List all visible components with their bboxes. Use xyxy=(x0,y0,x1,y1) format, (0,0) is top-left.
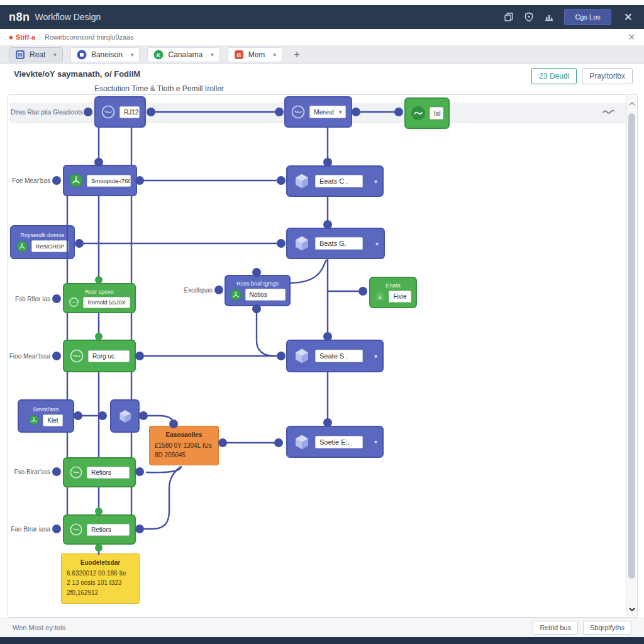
node-cube[interactable] xyxy=(110,399,140,433)
node-value-input[interactable]: RJ1239 xyxy=(119,106,140,118)
scroll-down-icon[interactable] xyxy=(629,608,635,611)
branch-circle-icon xyxy=(29,415,39,425)
svg-text:B: B xyxy=(236,52,241,58)
canvas-scrollbar[interactable] xyxy=(626,96,636,616)
shield-icon[interactable] xyxy=(524,12,534,22)
tab-baneison[interactable]: Baneison ▾ xyxy=(70,47,140,62)
node-soetie[interactable]: Soetie E:. ▾ xyxy=(286,426,384,458)
caret-down-icon: ▾ xyxy=(374,353,377,360)
node-select[interactable]: Merest ▾ xyxy=(309,106,346,118)
node-select[interactable]: Soetie E:. xyxy=(315,436,363,448)
node-merest[interactable]: Merest ▾ xyxy=(284,96,352,128)
caret-down-icon: ▾ xyxy=(53,52,57,58)
status-bar: Wen Most ey:tols Relrid bus Sbqrplfyths xyxy=(0,618,644,637)
note-title: Euodeletsdar xyxy=(67,558,134,568)
chart-icon[interactable] xyxy=(544,12,554,22)
tab-mem[interactable]: B Mem ▾ xyxy=(228,47,282,62)
caret-down-icon: ▾ xyxy=(211,52,214,58)
tab-canalama[interactable]: K Canalama ▾ xyxy=(147,47,219,62)
note-line: 8D 205045 xyxy=(155,450,213,460)
secondary-button[interactable]: Prayltorlbx xyxy=(582,68,633,84)
status-button-1[interactable]: Relrid bus xyxy=(533,621,578,635)
page-title: Vievkte/oY saymanath, o/ FodilM xyxy=(14,69,140,79)
node-value-input[interactable]: Fivie xyxy=(389,291,411,303)
footer-strip xyxy=(0,637,644,644)
grid-tab-icon xyxy=(15,50,25,60)
caret-down-icon: ▾ xyxy=(131,52,134,58)
node-value-input[interactable]: ResICHSP xyxy=(31,240,69,252)
app-logo: n8n xyxy=(9,11,30,24)
titlebar: n8n Workflow Design Cgs Los ✕ xyxy=(0,5,644,29)
node-beats[interactable]: Beats G. ▾ xyxy=(286,228,385,259)
node-enata[interactable]: Enata $ Fivie xyxy=(369,277,417,308)
note-line: 2 13 oosis 101 t323 xyxy=(67,578,134,588)
orange-sticky-note[interactable]: Easosaolies £1580 0Y 1304L IUs 8D 205045 xyxy=(149,426,219,465)
node-select[interactable]: Seate S . xyxy=(315,350,363,362)
yellow-sticky-note[interactable]: Euodeletsdar 6.6320012 00.186 Ite 2 13 o… xyxy=(61,553,140,604)
row-label: Excdlqsas xyxy=(157,287,213,294)
face-circle-icon xyxy=(69,465,83,479)
breadcrumb-brand[interactable]: Stiff-a xyxy=(16,33,35,41)
tab-label: Canalama xyxy=(168,50,203,59)
node-ru1239[interactable]: RJ1239 xyxy=(94,96,146,128)
row-label: Fsb Rfior las xyxy=(0,296,50,303)
app-title: Workflow Design xyxy=(35,12,101,22)
node-value-input[interactable]: Retlors xyxy=(87,524,130,536)
squiggle-icon xyxy=(602,108,615,114)
note-line: £1580 0Y 1304L IUs xyxy=(155,441,213,451)
add-tab-button[interactable]: + xyxy=(294,48,300,61)
branch-circle-icon xyxy=(230,289,242,301)
node-value-input[interactable]: Rorg uc xyxy=(88,350,130,362)
tab-label: Reat xyxy=(30,50,45,59)
brand-icon: ◆ xyxy=(9,34,13,40)
node-value-input[interactable]: Refiors xyxy=(87,467,130,479)
face-circle-icon xyxy=(291,104,306,119)
node-roysendk[interactable]: Roysendk domoe ResICHSP xyxy=(10,225,75,259)
copy-icon[interactable] xyxy=(504,12,514,22)
close-icon[interactable]: ✕ xyxy=(621,11,635,24)
node-isl[interactable]: Isl xyxy=(404,97,450,129)
cube-icon xyxy=(292,234,311,253)
scrollbar-thumb[interactable] xyxy=(628,113,635,579)
breadcrumb-close-icon[interactable]: ✕ xyxy=(628,32,635,42)
node-eeats[interactable]: Eeats C . ▾ xyxy=(286,165,384,197)
node-title: Enata xyxy=(386,282,401,289)
node-title: Rcer spove xyxy=(85,289,114,295)
node-bevotl[interactable]: Bevotl'ass Klet xyxy=(18,399,74,433)
count-button[interactable]: 23 Deudl xyxy=(531,68,577,84)
green-circle-tab-icon: K xyxy=(153,50,164,60)
cube-icon xyxy=(292,347,311,365)
swirl-circle-icon xyxy=(411,106,426,121)
node-seate[interactable]: Seate S . ▾ xyxy=(286,340,384,372)
node-rorg[interactable]: Rorg uc xyxy=(63,340,136,372)
node-refiors[interactable]: Refiors xyxy=(63,457,136,487)
node-title: Roysendk domoe xyxy=(20,232,64,238)
branch-circle-icon xyxy=(69,174,83,187)
node-rcer[interactable]: Rcer spove Romold 5SJ0X xyxy=(63,283,136,313)
face-circle-icon xyxy=(101,104,116,119)
breadcrumb-separator: | xyxy=(39,33,41,41)
node-value-input[interactable]: Romold 5SJ0X xyxy=(83,297,130,308)
page-subtitle: Esoctution Time & Tloth e Pemill Iroller xyxy=(94,84,224,93)
node-ross[interactable]: Ross bnal tgmgs Notios xyxy=(225,275,291,306)
tab-bar: Reat ▾ Baneison ▾ K Canalama ▾ B Mem ▾ + xyxy=(0,45,644,64)
primary-action-button[interactable]: Cgs Los xyxy=(564,9,611,25)
node-select[interactable]: Eeats C . xyxy=(315,175,363,187)
node-value-input[interactable]: Klet xyxy=(43,414,62,426)
node-value-input[interactable]: Notios xyxy=(245,289,286,301)
cube-icon xyxy=(292,433,311,452)
status-button-2[interactable]: Sbqrplfyths xyxy=(583,621,631,635)
dollar-icon: $ xyxy=(375,292,385,302)
caret-down-icon: ▾ xyxy=(334,109,342,115)
caret-down-icon: ▾ xyxy=(273,52,276,58)
note-line: 2f0,162912 xyxy=(67,588,134,598)
node-retlors[interactable]: Retlors xyxy=(63,514,136,545)
tab-label: Baneison xyxy=(91,50,123,59)
node-value-input[interactable]: Smoopola-i7609 xyxy=(87,175,131,187)
scroll-up-icon[interactable] xyxy=(629,102,635,106)
node-smoopola[interactable]: Smoopola-i7609 xyxy=(63,165,137,196)
node-select[interactable]: Beats G. xyxy=(315,237,363,250)
tab-reat[interactable]: Reat ▾ xyxy=(9,47,63,62)
node-value-input[interactable]: Isl xyxy=(430,107,443,119)
row-label: Fioo Mear'tssa xyxy=(0,353,50,360)
